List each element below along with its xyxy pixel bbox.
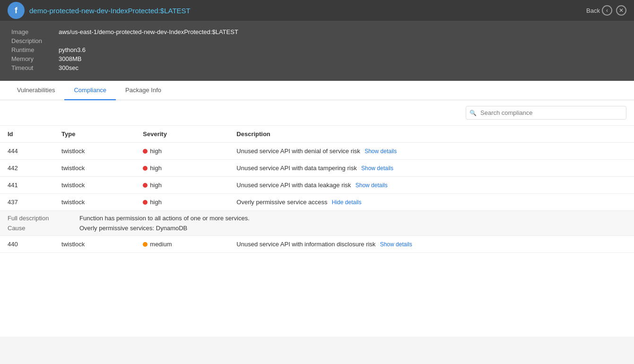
content-area: 🔍 Id Type Severity Description 444 twist… — [0, 100, 634, 337]
table-row: 440 twistlock medium Unused service API … — [0, 236, 634, 253]
info-label-image: Image — [11, 28, 59, 35]
back-label: Back — [586, 7, 600, 14]
cell-description: Unused service API with data tampering r… — [229, 160, 634, 177]
details-cell: Full description Function has permission… — [0, 211, 634, 236]
severity-dot — [143, 200, 148, 205]
info-row-memory: Memory 3008MB — [11, 55, 623, 62]
description-text: Unused service API with data leakage ris… — [236, 182, 351, 189]
cell-description: Unused service API with data leakage ris… — [229, 177, 634, 194]
app-logo: f — [8, 2, 25, 19]
description-text: Overly permissive service access — [236, 199, 327, 206]
severity-dot — [143, 183, 148, 188]
tab-vulnerabilities[interactable]: Vulnerabilities — [8, 81, 64, 100]
cell-id: 441 — [0, 177, 54, 194]
info-label-timeout: Timeout — [11, 64, 59, 71]
cell-severity: high — [135, 160, 229, 177]
tab-package-info[interactable]: Package Info — [116, 81, 171, 100]
full-description-label: Full description — [8, 215, 74, 222]
details-cause: Cause Overly permissive services: Dynamo… — [8, 225, 626, 232]
cell-type: twistlock — [54, 194, 135, 211]
col-header-id: Id — [0, 126, 54, 143]
show-details-link[interactable]: Show details — [363, 148, 397, 155]
table-row: 437 twistlock high Overly permissive ser… — [0, 194, 634, 211]
search-input[interactable] — [466, 106, 626, 120]
header-left: f demo-protected-new-dev-IndexProtected:… — [8, 2, 191, 19]
search-wrapper: 🔍 — [466, 106, 626, 120]
close-button[interactable]: ✕ — [616, 5, 626, 16]
back-circle-icon[interactable]: ‹ — [602, 5, 612, 16]
cell-severity: medium — [135, 236, 229, 253]
info-label-memory: Memory — [11, 55, 59, 62]
cell-id: 444 — [0, 143, 54, 160]
info-label-description: Description — [11, 37, 59, 44]
hide-details-link[interactable]: Hide details — [330, 199, 361, 206]
cell-id: 442 — [0, 160, 54, 177]
info-value-timeout: 300sec — [59, 64, 78, 71]
info-row-description: Description — [11, 37, 623, 44]
table-header-row: Id Type Severity Description — [0, 126, 634, 143]
show-details-link[interactable]: Show details — [360, 165, 393, 172]
header: f demo-protected-new-dev-IndexProtected:… — [0, 0, 634, 21]
details-full-description: Full description Function has permission… — [8, 215, 626, 222]
col-header-description: Description — [229, 126, 634, 143]
details-expanded-row: Full description Function has permission… — [0, 211, 634, 236]
cell-id: 437 — [0, 194, 54, 211]
cause-label: Cause — [8, 225, 74, 232]
info-value-image: aws/us-east-1/demo-protected-new-dev-Ind… — [59, 28, 238, 35]
details-inner: Full description Function has permission… — [8, 215, 626, 232]
info-value-memory: 3008MB — [59, 55, 81, 62]
search-icon: 🔍 — [469, 110, 477, 116]
cell-severity: high — [135, 194, 229, 211]
info-panel: Image aws/us-east-1/demo-protected-new-d… — [0, 21, 634, 81]
description-text: Unused service API with information disc… — [236, 241, 375, 248]
info-row-image: Image aws/us-east-1/demo-protected-new-d… — [11, 28, 623, 35]
cell-type: twistlock — [54, 177, 135, 194]
cell-severity: high — [135, 177, 229, 194]
show-details-link[interactable]: Show details — [378, 241, 412, 248]
severity-dot — [143, 149, 148, 154]
back-button[interactable]: Back ‹ — [586, 5, 612, 16]
col-header-type: Type — [54, 126, 135, 143]
severity-dot — [143, 166, 148, 171]
description-text: Unused service API with data tampering r… — [236, 165, 356, 172]
tabs-bar: Vulnerabilities Compliance Package Info — [0, 81, 634, 100]
full-description-value: Function has permission to all actions o… — [79, 215, 250, 222]
compliance-table: Id Type Severity Description 444 twistlo… — [0, 126, 634, 253]
table-row: 442 twistlock high Unused service API wi… — [0, 160, 634, 177]
cell-severity: high — [135, 143, 229, 160]
col-header-severity: Severity — [135, 126, 229, 143]
show-details-link[interactable]: Show details — [354, 182, 387, 189]
info-label-runtime: Runtime — [11, 46, 59, 53]
info-row-timeout: Timeout 300sec — [11, 64, 623, 71]
logo-letter: f — [15, 6, 17, 16]
cell-type: twistlock — [54, 236, 135, 253]
cell-type: twistlock — [54, 160, 135, 177]
severity-dot — [143, 242, 148, 247]
page-title: demo-protected-new-dev-IndexProtected:$L… — [29, 7, 191, 15]
cell-id: 440 — [0, 236, 54, 253]
cell-description: Unused service API with information disc… — [229, 236, 634, 253]
severity-label: medium — [150, 241, 172, 248]
cause-value: Overly permissive services: DynamoDB — [79, 225, 187, 232]
cell-description: Unused service API with denial of servic… — [229, 143, 634, 160]
cell-description: Overly permissive service access Hide de… — [229, 194, 634, 211]
header-right: Back ‹ ✕ — [586, 5, 626, 16]
severity-label: high — [150, 147, 162, 155]
info-value-runtime: python3.6 — [59, 46, 86, 53]
info-row-runtime: Runtime python3.6 — [11, 46, 623, 53]
description-text: Unused service API with denial of servic… — [236, 147, 360, 155]
table-row: 441 twistlock high Unused service API wi… — [0, 177, 634, 194]
severity-label: high — [150, 182, 162, 189]
cell-type: twistlock — [54, 143, 135, 160]
severity-label: high — [150, 165, 162, 172]
table-row: 444 twistlock high Unused service API wi… — [0, 143, 634, 160]
search-bar: 🔍 — [0, 100, 634, 126]
severity-label: high — [150, 199, 162, 206]
tab-compliance[interactable]: Compliance — [64, 81, 116, 100]
